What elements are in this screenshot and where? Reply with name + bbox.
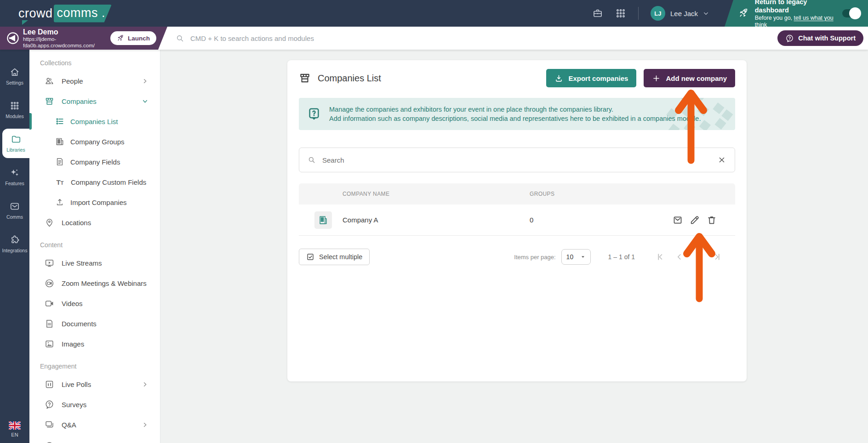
sidebar-item-live-streams[interactable]: Live Streams [29, 253, 160, 273]
add-new-company-button[interactable]: Add new company [644, 69, 735, 87]
delete-icon[interactable] [707, 215, 717, 225]
column-company-name[interactable]: COMPANY NAME [343, 191, 530, 197]
sidebar-item-company-fields[interactable]: Company Fields [29, 152, 160, 172]
section-header-content: Content [29, 237, 160, 253]
sidebar-item-companies-list[interactable]: Companies List [29, 111, 160, 131]
first-page-icon[interactable] [655, 252, 664, 261]
camera-circle-icon [45, 278, 54, 288]
table-header: COMPANY NAME GROUPS [299, 183, 735, 204]
plus-icon [652, 74, 661, 83]
user-menu[interactable]: LJ Lee Jack [651, 6, 709, 21]
sidebar-item-locations[interactable]: Locations [29, 212, 160, 233]
language-switcher[interactable]: EN [0, 421, 29, 437]
email-icon[interactable] [673, 215, 683, 225]
question-bubble-icon [45, 400, 54, 409]
edit-icon[interactable] [690, 215, 700, 225]
briefcase-icon[interactable] [592, 8, 603, 19]
return-legacy-panel: Return to legacy dashboard Before you go… [721, 0, 868, 27]
storefront-icon [299, 72, 311, 84]
crowdcomms-logo: crowdcomms . [18, 5, 112, 23]
list-icon [55, 117, 64, 126]
event-panel: Lee Demo https://ljdemo-fda0b.apps.crowd… [0, 27, 171, 50]
sidebar-item-companies[interactable]: Companies [29, 91, 160, 111]
sidebar-item-partial[interactable] [29, 435, 160, 443]
sidebar-item-live-polls[interactable]: Live Polls [29, 374, 160, 394]
sidebar-item-people[interactable]: People [29, 71, 160, 91]
logo-bubble-tail [22, 20, 28, 25]
library-sidebar: Collections People Companies Companies L… [29, 50, 160, 443]
sidebar-item-images[interactable]: Images [29, 334, 160, 354]
sidebar-item-documents[interactable]: Documents [29, 313, 160, 334]
sidebar-item-surveys[interactable]: Surveys [29, 394, 160, 415]
rail-item-libraries[interactable]: Libraries [2, 129, 29, 158]
previous-page-icon[interactable] [674, 252, 684, 261]
search-icon [176, 34, 184, 43]
building-icon [318, 215, 328, 225]
company-avatar [314, 211, 332, 229]
chevron-right-icon [142, 422, 148, 428]
rail-item-integrations[interactable]: Integrations [0, 229, 29, 259]
chat-support-button[interactable]: Chat with Support [777, 30, 863, 46]
toggle-knob [849, 7, 861, 19]
next-page-icon[interactable] [694, 252, 703, 261]
sparkles-icon [10, 168, 20, 178]
text-fields-icon: TT [55, 178, 65, 186]
building-icon [55, 137, 64, 146]
clear-search-icon[interactable] [717, 155, 726, 165]
help-bubble-icon [785, 34, 794, 43]
launch-button[interactable]: Launch [110, 31, 156, 45]
global-search-input[interactable] [189, 34, 476, 43]
global-search [176, 27, 476, 50]
companies-list-card: Companies List Export companies Add new … [287, 60, 747, 381]
poll-icon [45, 380, 54, 389]
upload-icon [55, 198, 64, 207]
puzzle-icon [10, 235, 20, 245]
mail-icon [10, 201, 20, 211]
image-icon [45, 339, 54, 349]
sidebar-item-import-companies[interactable]: Import Companies [29, 192, 160, 212]
rail-item-comms[interactable]: Comms [0, 196, 29, 225]
select-multiple-button[interactable]: Select multiple [299, 249, 370, 265]
search-icon [308, 156, 316, 164]
chat-double-icon [45, 420, 54, 430]
event-url[interactable]: https://ljdemo-fda0b.apps.crowdcomms.com… [23, 36, 110, 49]
rail-item-features[interactable]: Features [0, 162, 29, 192]
table-search-input[interactable] [321, 156, 712, 165]
column-groups[interactable]: GROUPS [530, 191, 554, 197]
table-search [299, 148, 735, 172]
people-icon [45, 76, 54, 86]
last-page-icon[interactable] [713, 252, 722, 261]
top-bar: crowdcomms . LJ Lee Jack Return to legac… [0, 0, 868, 27]
user-name: Lee Jack [670, 10, 698, 17]
sidebar-item-company-custom-fields[interactable]: TT Company Custom Fields [29, 172, 160, 192]
section-header-collections: Collections [29, 55, 160, 71]
grid-icon [10, 101, 20, 111]
export-companies-button[interactable]: Export companies [546, 69, 636, 87]
document-lines-icon [55, 157, 64, 166]
download-icon [554, 74, 563, 83]
table-row[interactable]: Company A 0 [299, 204, 735, 236]
sidebar-item-qa[interactable]: Q&A [29, 415, 160, 435]
items-per-page-label: Items per page: [514, 254, 555, 261]
sidebar-item-videos[interactable]: Videos [29, 293, 160, 313]
items-per-page-select[interactable]: 10 [561, 249, 591, 265]
app-bar: Lee Demo https://ljdemo-fda0b.apps.crowd… [0, 27, 868, 50]
language-code: EN [11, 432, 18, 437]
company-groups-cell: 0 [530, 216, 673, 224]
rail-item-settings[interactable]: Settings [0, 62, 29, 91]
sidebar-item-company-groups[interactable]: Company Groups [29, 131, 160, 152]
table-footer: Select multiple Items per page: 10 1 – 1… [299, 249, 735, 265]
chevron-right-icon [142, 78, 148, 84]
rail-item-modules[interactable]: Modules [0, 95, 29, 125]
chevron-down-icon [703, 11, 709, 17]
live-stream-icon [45, 258, 54, 268]
sidebar-item-zoom-meetings[interactable]: Zoom Meetings & Webinars [29, 273, 160, 293]
storefront-icon [45, 97, 54, 106]
apps-grid-icon[interactable] [615, 8, 626, 19]
video-camera-icon [45, 299, 54, 308]
rocket-icon [117, 34, 124, 42]
home-icon [10, 67, 20, 77]
caret-down-icon [580, 254, 586, 260]
legacy-toggle[interactable] [842, 9, 860, 17]
event-name: Lee Demo [23, 28, 110, 36]
